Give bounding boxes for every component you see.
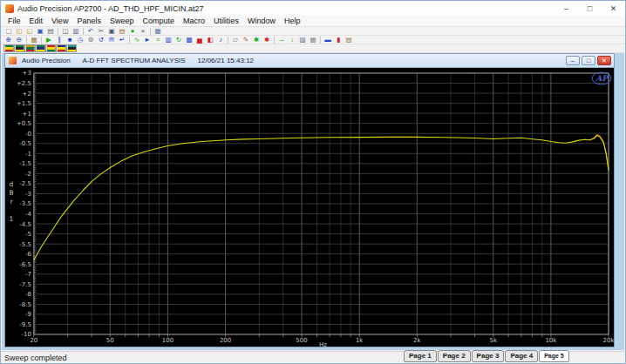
open-data-button[interactable]: ◱ — [24, 27, 35, 35]
digital-io-panel-button[interactable] — [66, 44, 77, 52]
bar-display-button[interactable]: ▬ — [323, 36, 333, 44]
notes-button[interactable]: ▤ — [344, 36, 354, 44]
color-map-button[interactable]: ▩ — [184, 36, 194, 44]
toolbar-separator — [26, 37, 27, 44]
minimize-button[interactable]: – — [555, 1, 578, 16]
child-window-controls: – □ ✕ — [566, 56, 611, 65]
copy-icon: ▣ — [108, 27, 114, 35]
zoom-out-icon: ⊖ — [17, 36, 22, 44]
menu-item-window[interactable]: Window — [243, 17, 280, 25]
audio-monitor-button[interactable]: ♪ — [215, 36, 226, 44]
digital-analyzer-panel-button[interactable] — [35, 44, 45, 52]
copy-button[interactable]: ▣ — [106, 27, 117, 35]
save-test-button[interactable]: ▣ — [35, 27, 45, 35]
child-minimize-button[interactable]: – — [566, 56, 580, 65]
menu-item-utilities[interactable]: Utilities — [209, 17, 243, 25]
toolbar-separator — [41, 37, 42, 44]
child-timestamp: 12/06/21 15:43:12 — [198, 57, 255, 64]
digital-generator-panel-button[interactable] — [24, 44, 35, 52]
analog-analyzer-panel-button[interactable] — [14, 44, 24, 52]
page-tab-2[interactable]: Page 2 — [438, 350, 471, 362]
comment-button[interactable]: ✉ — [106, 36, 117, 44]
refresh-display-button[interactable]: ↻ — [174, 36, 184, 44]
paste-button[interactable]: ▤ — [117, 27, 127, 35]
scope-monitor-button[interactable]: ∿ — [132, 36, 142, 44]
menu-item-edit[interactable]: Edit — [25, 17, 48, 25]
stop-sweep-button[interactable]: ■ — [65, 36, 75, 44]
pause-sweep-button[interactable]: ∥ — [54, 36, 65, 44]
panels-layout-button[interactable]: ▦ — [153, 27, 163, 35]
mdi-client-area: Audio Precision A-D FFT SPECTRUM ANALYSI… — [2, 53, 624, 350]
open-test-button[interactable]: ◰ — [14, 27, 24, 35]
edit-notes-button[interactable]: ✎ — [241, 36, 251, 44]
child-maximize-button[interactable]: □ — [582, 56, 595, 65]
svg-text:20k: 20k — [603, 337, 614, 344]
settling-panel-button[interactable] — [56, 44, 66, 52]
scope-monitor-icon: ∿ — [134, 36, 139, 44]
data-grid-button[interactable]: ▦ — [308, 36, 318, 44]
maximize-button[interactable]: □ — [578, 1, 602, 16]
split-display-button[interactable]: ◧ — [205, 36, 215, 44]
svg-text:+2: +2 — [23, 91, 31, 98]
stop-monitors-icon: ● — [141, 27, 146, 35]
regulation-button[interactable]: ⚙ — [85, 36, 96, 44]
spectrum-display-button[interactable]: ▅ — [194, 36, 205, 44]
open-test-icon: ◰ — [16, 27, 22, 35]
new-test-button[interactable]: ▢ — [3, 27, 14, 35]
menu-item-help[interactable]: Help — [280, 17, 305, 25]
svg-text:-4.5: -4.5 — [19, 221, 31, 228]
bargraph-monitor-button[interactable]: ▥ — [163, 36, 174, 44]
import-data-button[interactable]: ↓ — [287, 36, 297, 44]
hardware-status-button[interactable]: ▦ — [29, 36, 39, 44]
timed-acquisition-button[interactable]: ◷ — [75, 36, 85, 44]
print-preview-button[interactable]: ◫ — [60, 27, 71, 35]
repeat-sweep-button[interactable]: ↺ — [96, 36, 106, 44]
svg-text:20: 20 — [30, 337, 37, 344]
menu-item-file[interactable]: File — [3, 17, 25, 25]
window-title: Audio Precision AP2700 - AD_THD_HPF_MICI… — [17, 4, 555, 13]
toolbar-row-2: ⊕⊖▦▶∥■◷⚙↺✉↵∿►≈▥↻▩▅◧♪▱✎✱✱→↓▨▦▬▮▤ — [1, 36, 625, 44]
page-tab-1[interactable]: Page 1 — [404, 350, 437, 362]
undo-button[interactable]: ↶ — [85, 27, 96, 35]
menu-item-view[interactable]: View — [47, 17, 72, 25]
sweep-monitor-button[interactable]: ≈ — [153, 36, 163, 44]
print-button[interactable]: ▤ — [45, 27, 56, 35]
zoom-out-button[interactable]: ⊖ — [14, 36, 24, 44]
page-tab-4[interactable]: Page 4 — [505, 350, 538, 362]
menu-item-sweep[interactable]: Sweep — [105, 17, 139, 25]
comment-icon: ✉ — [109, 36, 114, 44]
sweep-settings-panel-button[interactable] — [45, 44, 56, 52]
go-monitors-button[interactable]: ● — [127, 27, 138, 35]
grid-lines — [34, 73, 609, 337]
external-trigger-button[interactable]: ↵ — [117, 36, 127, 44]
menu-item-compute[interactable]: Compute — [138, 17, 179, 25]
go-sweep-button[interactable]: ▶ — [44, 36, 54, 44]
meter-display-button[interactable]: ▮ — [333, 36, 344, 44]
digital-analyzer-panel-icon — [37, 45, 44, 51]
menu-item-panels[interactable]: Panels — [72, 17, 105, 25]
detach-data-button[interactable]: ✱ — [262, 36, 272, 44]
page-setup-button[interactable]: ▥ — [71, 27, 81, 35]
toolbar-separator — [228, 37, 228, 44]
svg-text:AP: AP — [595, 74, 609, 83]
attach-data-button[interactable]: ✱ — [251, 36, 262, 44]
cut-button[interactable]: ✂ — [96, 27, 106, 35]
svg-text:B: B — [9, 189, 13, 197]
stop-monitors-button[interactable]: ● — [138, 27, 148, 35]
menu-item-macro[interactable]: Macro — [179, 17, 209, 25]
analog-generator-panel-button[interactable] — [3, 44, 14, 52]
page-setup-icon: ▥ — [72, 27, 78, 35]
close-button[interactable]: ✕ — [602, 1, 625, 16]
svg-text:-3: -3 — [25, 191, 31, 198]
page-tab-3[interactable]: Page 3 — [472, 350, 505, 362]
append-test-button[interactable]: → — [276, 36, 287, 44]
zoom-in-button[interactable]: ⊕ — [3, 36, 14, 44]
cursor-tool-button[interactable]: ► — [142, 36, 153, 44]
attach-data-icon: ✱ — [254, 36, 259, 44]
child-close-button[interactable]: ✕ — [597, 56, 611, 65]
data-editor-button[interactable]: ▱ — [230, 36, 241, 44]
svg-text:-8: -8 — [25, 291, 31, 298]
y-axis-labels: +3+2.5+2+1.5+1+0.5-0-0.5-1-1.5-2-2.5-3-3… — [17, 70, 31, 338]
page-tab-5[interactable]: Page 5 — [539, 350, 569, 362]
graph-window-button[interactable]: ▨ — [297, 36, 308, 44]
